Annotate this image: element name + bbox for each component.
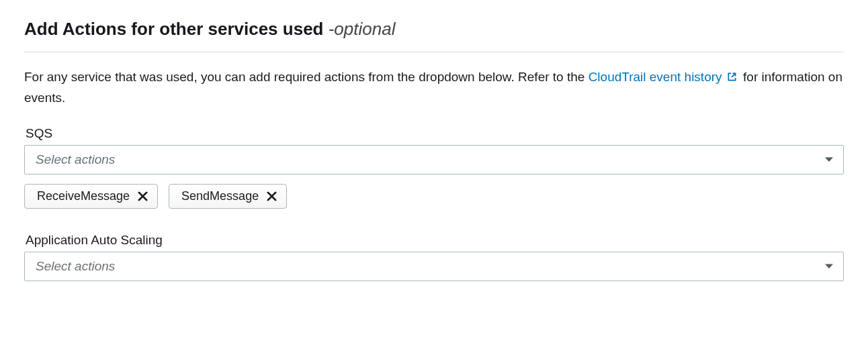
section-title: Add Actions for other services used -opt… [24, 19, 844, 40]
chevron-down-icon [824, 154, 834, 166]
actions-select-autoscaling[interactable]: Select actions [24, 252, 844, 281]
chevron-down-icon [824, 260, 834, 272]
remove-tag-button[interactable] [138, 191, 148, 201]
section-title-suffix: -optional [329, 19, 396, 39]
service-label-sqs: SQS [26, 126, 844, 141]
tag-label: ReceiveMessage [37, 189, 130, 203]
select-placeholder: Select actions [36, 152, 115, 167]
add-actions-section: Add Actions for other services used -opt… [0, 0, 868, 332]
service-label-autoscaling: Application Auto Scaling [26, 233, 844, 248]
service-block-sqs: SQS Select actions ReceiveMessage SendMe… [24, 126, 844, 209]
intro-pre: For any service that was used, you can a… [24, 70, 589, 84]
tag-sendmessage: SendMessage [169, 184, 287, 209]
divider [24, 52, 844, 52]
link-text: CloudTrail event history [589, 70, 722, 84]
section-title-main: Add Actions for other services used [24, 19, 329, 39]
cloudtrail-event-history-link[interactable]: CloudTrail event history [589, 70, 740, 84]
tag-receivemessage: ReceiveMessage [24, 184, 158, 209]
tag-label: SendMessage [181, 189, 259, 203]
intro-text: For any service that was used, you can a… [24, 67, 844, 107]
selected-tags-sqs: ReceiveMessage SendMessage [24, 184, 844, 209]
external-link-icon [727, 68, 737, 87]
select-placeholder: Select actions [36, 259, 115, 274]
remove-tag-button[interactable] [267, 191, 277, 201]
service-block-autoscaling: Application Auto Scaling Select actions [24, 233, 844, 281]
actions-select-sqs[interactable]: Select actions [24, 145, 844, 174]
